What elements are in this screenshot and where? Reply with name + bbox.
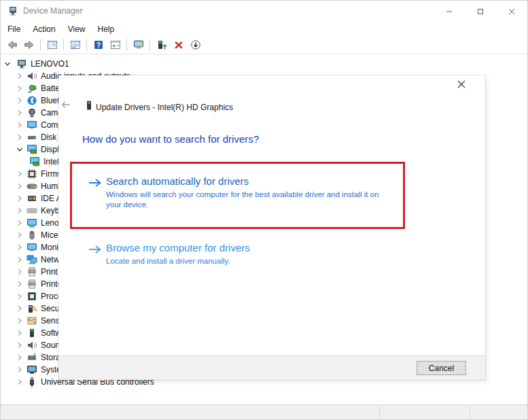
window-title: Device Manager	[23, 6, 82, 16]
statusbar-divider	[379, 406, 380, 419]
display-adapter-icon	[27, 144, 37, 155]
chevron-collapsed-icon[interactable]	[14, 254, 25, 265]
nav-forward-icon	[24, 39, 35, 50]
keyboard-icon	[27, 205, 37, 216]
show-console-tree-button[interactable]	[43, 37, 60, 53]
menu-action[interactable]: Action	[27, 22, 61, 36]
svg-text:?: ?	[96, 41, 100, 49]
monitor-icon	[27, 120, 37, 130]
chevron-collapsed-icon[interactable]	[14, 364, 25, 375]
chevron-collapsed-icon[interactable]	[14, 169, 25, 179]
scan-computer-icon	[133, 39, 144, 50]
nav-back-button[interactable]	[3, 37, 20, 53]
camera-icon	[27, 107, 37, 118]
dialog-back-icon[interactable]	[60, 99, 73, 111]
scan-for-hardware-changes-button[interactable]	[187, 37, 204, 53]
chevron-expanded-icon[interactable]	[14, 144, 25, 155]
update-drivers-dialog: Update Drivers - Intel(R) HD Graphics Ho…	[58, 75, 485, 380]
option-title[interactable]: Browse my computer for drivers	[106, 241, 250, 254]
printer-icon	[27, 279, 37, 290]
chevron-collapsed-icon[interactable]	[14, 352, 25, 363]
menu-file[interactable]: File	[1, 22, 27, 36]
option-browse-computer[interactable]: Browse my computer for drivers Locate an…	[88, 241, 250, 266]
storage-icon	[27, 352, 37, 363]
lenovo-icon	[27, 217, 37, 228]
menu-help[interactable]: Help	[92, 22, 121, 36]
mouse-icon	[27, 230, 37, 241]
chevron-collapsed-icon[interactable]	[14, 95, 25, 106]
chevron-collapsed-icon[interactable]	[14, 205, 25, 216]
action-pane-button[interactable]	[107, 37, 124, 53]
nav-forward-button[interactable]	[20, 37, 37, 53]
chevron-collapsed-icon[interactable]	[14, 193, 25, 204]
minimize-icon	[444, 6, 455, 17]
chevron-collapsed-icon[interactable]	[14, 83, 25, 94]
system-icon	[27, 364, 37, 375]
help-button[interactable]: ?	[90, 37, 107, 53]
option-description: Locate and install a driver manually.	[106, 256, 250, 266]
toolbar-separator	[40, 39, 41, 51]
option-arrow-icon	[88, 244, 103, 255]
maximize-icon	[475, 6, 486, 17]
chevron-collapsed-icon[interactable]	[14, 217, 25, 228]
chevron-collapsed-icon[interactable]	[14, 328, 25, 338]
properties-icon	[70, 39, 81, 50]
minimize-button[interactable]	[434, 1, 465, 22]
dialog-close-icon[interactable]	[456, 79, 467, 90]
title-bar: Device Manager	[1, 1, 527, 22]
devmgr-icon	[7, 5, 18, 16]
maximize-button[interactable]	[465, 1, 496, 22]
ide-icon	[27, 193, 37, 204]
dialog-title: Update Drivers - Intel(R) HD Graphics	[96, 103, 233, 112]
properties-button[interactable]	[67, 37, 84, 53]
toolbar: ?	[1, 36, 527, 54]
highlight-box	[70, 162, 405, 229]
action-pane-icon	[110, 39, 121, 50]
chevron-collapsed-icon[interactable]	[14, 71, 25, 82]
software-icon	[27, 328, 37, 338]
uninstall-icon	[173, 39, 184, 50]
processor-icon	[27, 291, 37, 302]
battery-icon	[27, 83, 37, 94]
chevron-collapsed-icon[interactable]	[14, 181, 25, 192]
dialog-device-icon	[84, 100, 94, 111]
tree-item-label[interactable]: LENOVO1	[31, 59, 69, 69]
chevron-collapsed-icon[interactable]	[14, 230, 25, 241]
chevron-collapsed-icon[interactable]	[14, 291, 25, 302]
statusbar-divider	[470, 406, 470, 419]
chevron-collapsed-icon[interactable]	[14, 340, 25, 351]
dialog-footer: Cancel	[58, 355, 485, 380]
printer-icon	[27, 266, 37, 277]
chevron-collapsed-icon[interactable]	[14, 266, 25, 277]
chevron-collapsed-icon[interactable]	[14, 279, 25, 290]
tree-item[interactable]: LENOVO1	[1, 58, 527, 70]
scan-computer-button[interactable]	[130, 37, 147, 53]
monitor-icon	[27, 242, 37, 253]
menu-view[interactable]: View	[62, 22, 92, 36]
chevron-collapsed-icon[interactable]	[14, 132, 25, 143]
console-tree-icon	[47, 39, 58, 50]
toolbar-separator	[149, 39, 150, 51]
speaker-icon	[27, 71, 37, 82]
uninstall-device-button[interactable]	[170, 37, 187, 53]
close-button[interactable]	[496, 1, 527, 22]
update-driver-button[interactable]	[153, 37, 170, 53]
bluetooth-icon	[27, 95, 37, 106]
chevron-collapsed-icon[interactable]	[14, 242, 25, 253]
computer-icon	[16, 58, 27, 69]
chevron-expanded-icon[interactable]	[2, 58, 13, 69]
chevron-collapsed-icon[interactable]	[14, 120, 25, 130]
chevron-collapsed-icon[interactable]	[14, 303, 25, 314]
menu-bar: File Action View Help	[1, 22, 527, 36]
security-icon	[27, 303, 37, 314]
toolbar-separator	[126, 39, 127, 51]
cancel-button[interactable]: Cancel	[417, 361, 466, 375]
scan-changes-icon	[190, 39, 201, 50]
toolbar-separator	[86, 39, 87, 51]
chevron-collapsed-icon[interactable]	[14, 377, 25, 387]
firmware-icon	[27, 169, 37, 179]
toolbar-separator	[63, 39, 64, 51]
hid-icon	[27, 181, 37, 192]
chevron-collapsed-icon[interactable]	[14, 107, 25, 118]
chevron-collapsed-icon[interactable]	[14, 315, 25, 326]
